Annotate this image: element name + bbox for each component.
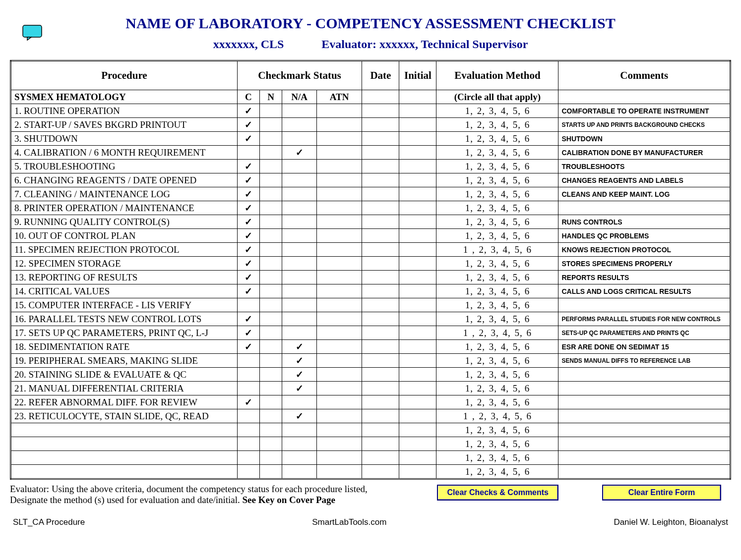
initial-cell[interactable] (399, 409, 436, 423)
check-atn-cell[interactable] (316, 243, 362, 257)
check-atn-cell[interactable] (316, 395, 362, 409)
date-cell[interactable] (362, 326, 399, 340)
comments-cell[interactable]: SETS-UP QC PARAMETERS AND PRINTS QC (558, 326, 731, 340)
check-n-cell[interactable] (260, 423, 282, 437)
comments-cell[interactable]: CALLS AND LOGS CRITICAL RESULTS (558, 284, 731, 298)
check-atn-cell[interactable] (316, 132, 362, 146)
comments-cell[interactable] (558, 382, 731, 395)
comments-cell[interactable] (558, 437, 731, 451)
comments-cell[interactable] (558, 423, 731, 437)
eval-method-cell[interactable]: 1, 2, 3, 4, 5, 6 (436, 395, 558, 409)
eval-method-cell[interactable]: 1, 2, 3, 4, 5, 6 (436, 118, 558, 132)
eval-method-cell[interactable]: 1, 2, 3, 4, 5, 6 (436, 354, 558, 368)
check-n-cell[interactable] (260, 160, 282, 173)
check-c-cell[interactable]: ✓ (237, 340, 259, 354)
check-n-cell[interactable] (260, 409, 282, 423)
check-c-cell[interactable]: ✓ (237, 132, 259, 146)
initial-cell[interactable] (399, 160, 436, 173)
comments-cell[interactable] (558, 451, 731, 465)
date-cell[interactable] (362, 437, 399, 451)
initial-cell[interactable] (399, 271, 436, 284)
check-c-cell[interactable]: ✓ (237, 201, 259, 215)
check-atn-cell[interactable] (316, 326, 362, 340)
initial-cell[interactable] (399, 423, 436, 437)
check-na-cell[interactable] (282, 257, 317, 271)
check-n-cell[interactable] (260, 187, 282, 201)
eval-method-cell[interactable]: 1, 2, 3, 4, 5, 6 (436, 229, 558, 243)
check-n-cell[interactable] (260, 118, 282, 132)
check-atn-cell[interactable] (316, 340, 362, 354)
check-c-cell[interactable] (237, 437, 259, 451)
comments-cell[interactable]: STARTS UP AND PRINTS BACKGROUND CHECKS (558, 118, 731, 132)
initial-cell[interactable] (399, 298, 436, 312)
check-c-cell[interactable]: ✓ (237, 243, 259, 257)
check-n-cell[interactable] (260, 437, 282, 451)
comments-cell[interactable]: CALIBRATION DONE BY MANUFACTURER (558, 146, 731, 160)
comments-cell[interactable]: CLEANS AND KEEP MAINT. LOG (558, 187, 731, 201)
date-cell[interactable] (362, 132, 399, 146)
date-cell[interactable] (362, 284, 399, 298)
check-atn-cell[interactable] (316, 437, 362, 451)
check-na-cell[interactable] (282, 451, 317, 465)
check-c-cell[interactable]: ✓ (237, 215, 259, 229)
check-na-cell[interactable] (282, 229, 317, 243)
comments-cell[interactable]: KNOWS REJECTION PROTOCOL (558, 243, 731, 257)
check-atn-cell[interactable] (316, 271, 362, 284)
check-na-cell[interactable] (282, 465, 317, 479)
eval-method-cell[interactable]: 1 , 2, 3, 4, 5, 6 (436, 409, 558, 423)
check-c-cell[interactable] (237, 465, 259, 479)
check-atn-cell[interactable] (316, 201, 362, 215)
check-atn-cell[interactable] (316, 451, 362, 465)
initial-cell[interactable] (399, 215, 436, 229)
check-n-cell[interactable] (260, 257, 282, 271)
date-cell[interactable] (362, 257, 399, 271)
check-n-cell[interactable] (260, 132, 282, 146)
initial-cell[interactable] (399, 354, 436, 368)
eval-method-cell[interactable]: 1, 2, 3, 4, 5, 6 (436, 312, 558, 326)
check-c-cell[interactable]: ✓ (237, 229, 259, 243)
check-atn-cell[interactable] (316, 409, 362, 423)
eval-method-cell[interactable]: 1, 2, 3, 4, 5, 6 (436, 340, 558, 354)
eval-method-cell[interactable]: 1 , 2, 3, 4, 5, 6 (436, 243, 558, 257)
check-n-cell[interactable] (260, 104, 282, 118)
initial-cell[interactable] (399, 243, 436, 257)
comments-cell[interactable]: COMFORTABLE TO OPERATE INSTRUMENT (558, 104, 731, 118)
date-cell[interactable] (362, 146, 399, 160)
check-n-cell[interactable] (260, 243, 282, 257)
eval-method-cell[interactable]: 1, 2, 3, 4, 5, 6 (436, 104, 558, 118)
comments-cell[interactable] (558, 465, 731, 479)
date-cell[interactable] (362, 104, 399, 118)
check-c-cell[interactable]: ✓ (237, 160, 259, 173)
date-cell[interactable] (362, 465, 399, 479)
check-n-cell[interactable] (260, 215, 282, 229)
initial-cell[interactable] (399, 312, 436, 326)
date-cell[interactable] (362, 201, 399, 215)
initial-cell[interactable] (399, 340, 436, 354)
check-na-cell[interactable]: ✓ (282, 340, 317, 354)
check-na-cell[interactable] (282, 201, 317, 215)
check-c-cell[interactable]: ✓ (237, 187, 259, 201)
check-c-cell[interactable] (237, 451, 259, 465)
check-na-cell[interactable]: ✓ (282, 409, 317, 423)
check-na-cell[interactable] (282, 271, 317, 284)
check-atn-cell[interactable] (316, 284, 362, 298)
check-c-cell[interactable] (237, 146, 259, 160)
eval-method-cell[interactable]: 1, 2, 3, 4, 5, 6 (436, 257, 558, 271)
initial-cell[interactable] (399, 382, 436, 395)
comments-cell[interactable] (558, 395, 731, 409)
initial-cell[interactable] (399, 368, 436, 382)
check-na-cell[interactable]: ✓ (282, 368, 317, 382)
date-cell[interactable] (362, 229, 399, 243)
date-cell[interactable] (362, 354, 399, 368)
eval-method-cell[interactable]: 1, 2, 3, 4, 5, 6 (436, 368, 558, 382)
check-atn-cell[interactable] (316, 368, 362, 382)
eval-method-cell[interactable]: 1, 2, 3, 4, 5, 6 (436, 215, 558, 229)
check-c-cell[interactable]: ✓ (237, 271, 259, 284)
check-atn-cell[interactable] (316, 298, 362, 312)
eval-method-cell[interactable]: 1, 2, 3, 4, 5, 6 (436, 132, 558, 146)
eval-method-cell[interactable]: 1, 2, 3, 4, 5, 6 (436, 160, 558, 173)
date-cell[interactable] (362, 173, 399, 187)
check-atn-cell[interactable] (316, 146, 362, 160)
initial-cell[interactable] (399, 104, 436, 118)
check-na-cell[interactable] (282, 395, 317, 409)
